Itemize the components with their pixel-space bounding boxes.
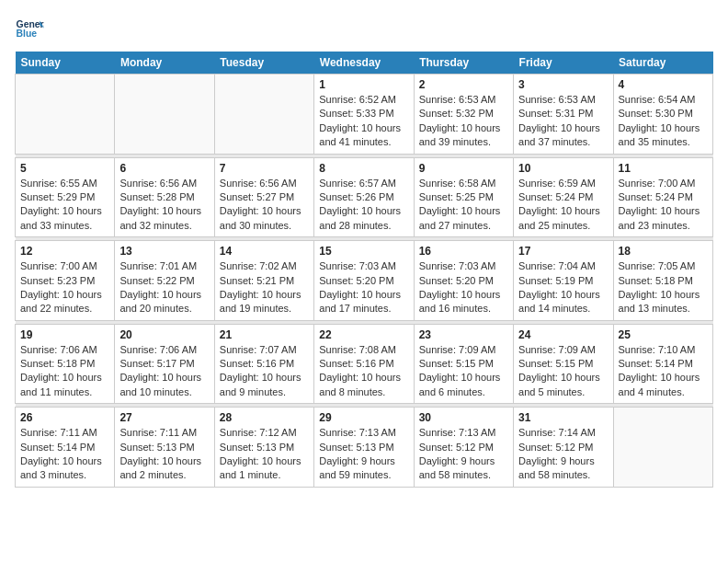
page-header: General Blue xyxy=(15,15,713,44)
day-info: Sunrise: 7:11 AM Sunset: 5:13 PM Dayligh… xyxy=(119,426,209,483)
day-number: 6 xyxy=(119,162,209,175)
calendar-cell: 10Sunrise: 6:59 AM Sunset: 5:24 PM Dayli… xyxy=(514,157,613,237)
calendar-cell: 7Sunrise: 6:56 AM Sunset: 5:27 PM Daylig… xyxy=(214,157,313,237)
day-number: 23 xyxy=(419,328,508,341)
day-info: Sunrise: 7:04 AM Sunset: 5:19 PM Dayligh… xyxy=(518,259,608,316)
day-number: 25 xyxy=(619,328,708,341)
calendar-cell: 20Sunrise: 7:06 AM Sunset: 5:17 PM Dayli… xyxy=(115,324,214,404)
calendar-cell: 1Sunrise: 6:52 AM Sunset: 5:33 PM Daylig… xyxy=(314,75,414,155)
day-info: Sunrise: 7:10 AM Sunset: 5:14 PM Dayligh… xyxy=(619,343,708,400)
calendar-cell: 8Sunrise: 6:57 AM Sunset: 5:26 PM Daylig… xyxy=(314,157,414,237)
day-info: Sunrise: 6:59 AM Sunset: 5:24 PM Dayligh… xyxy=(518,177,608,234)
day-number: 13 xyxy=(119,245,209,258)
day-info: Sunrise: 7:06 AM Sunset: 5:17 PM Dayligh… xyxy=(119,343,209,400)
day-info: Sunrise: 7:13 AM Sunset: 5:13 PM Dayligh… xyxy=(319,426,408,483)
day-info: Sunrise: 7:03 AM Sunset: 5:20 PM Dayligh… xyxy=(319,259,408,316)
calendar-cell: 15Sunrise: 7:03 AM Sunset: 5:20 PM Dayli… xyxy=(314,241,414,321)
calendar-week-row: 19Sunrise: 7:06 AM Sunset: 5:18 PM Dayli… xyxy=(16,324,713,404)
calendar-cell: 21Sunrise: 7:07 AM Sunset: 5:16 PM Dayli… xyxy=(214,324,313,404)
calendar-cell xyxy=(16,75,115,155)
calendar-cell: 19Sunrise: 7:06 AM Sunset: 5:18 PM Dayli… xyxy=(16,324,115,404)
day-number: 24 xyxy=(518,328,608,341)
calendar-cell: 11Sunrise: 7:00 AM Sunset: 5:24 PM Dayli… xyxy=(613,157,712,237)
day-number: 19 xyxy=(20,328,109,341)
day-info: Sunrise: 7:09 AM Sunset: 5:15 PM Dayligh… xyxy=(419,343,508,400)
day-number: 29 xyxy=(319,411,408,424)
calendar-cell: 9Sunrise: 6:58 AM Sunset: 5:25 PM Daylig… xyxy=(414,157,513,237)
day-info: Sunrise: 6:56 AM Sunset: 5:27 PM Dayligh… xyxy=(220,177,309,234)
svg-text:Blue: Blue xyxy=(17,29,38,39)
calendar-cell: 4Sunrise: 6:54 AM Sunset: 5:30 PM Daylig… xyxy=(613,75,712,155)
day-number: 14 xyxy=(220,245,309,258)
calendar-week-row: 26Sunrise: 7:11 AM Sunset: 5:14 PM Dayli… xyxy=(16,408,713,488)
calendar-header-tuesday: Tuesday xyxy=(214,52,313,75)
day-number: 22 xyxy=(319,328,408,341)
day-number: 26 xyxy=(20,411,109,424)
day-info: Sunrise: 7:03 AM Sunset: 5:20 PM Dayligh… xyxy=(419,259,508,316)
calendar-cell: 26Sunrise: 7:11 AM Sunset: 5:14 PM Dayli… xyxy=(16,408,115,488)
day-info: Sunrise: 6:53 AM Sunset: 5:31 PM Dayligh… xyxy=(518,93,608,150)
day-info: Sunrise: 6:54 AM Sunset: 5:30 PM Dayligh… xyxy=(619,93,708,150)
calendar-header-sunday: Sunday xyxy=(16,52,115,75)
calendar-cell: 27Sunrise: 7:11 AM Sunset: 5:13 PM Dayli… xyxy=(115,408,214,488)
day-info: Sunrise: 6:57 AM Sunset: 5:26 PM Dayligh… xyxy=(319,177,408,234)
calendar-cell xyxy=(214,75,313,155)
day-number: 12 xyxy=(20,245,109,258)
day-info: Sunrise: 7:00 AM Sunset: 5:23 PM Dayligh… xyxy=(20,259,109,316)
calendar-header-thursday: Thursday xyxy=(414,52,513,75)
calendar-week-row: 1Sunrise: 6:52 AM Sunset: 5:33 PM Daylig… xyxy=(16,75,713,155)
calendar-cell: 2Sunrise: 6:53 AM Sunset: 5:32 PM Daylig… xyxy=(414,75,513,155)
day-number: 20 xyxy=(119,328,209,341)
calendar-cell: 30Sunrise: 7:13 AM Sunset: 5:12 PM Dayli… xyxy=(414,408,513,488)
day-info: Sunrise: 6:52 AM Sunset: 5:33 PM Dayligh… xyxy=(319,93,408,150)
calendar-cell: 14Sunrise: 7:02 AM Sunset: 5:21 PM Dayli… xyxy=(214,241,313,321)
calendar-table: SundayMondayTuesdayWednesdayThursdayFrid… xyxy=(15,52,713,488)
day-info: Sunrise: 7:06 AM Sunset: 5:18 PM Dayligh… xyxy=(20,343,109,400)
calendar-cell: 31Sunrise: 7:14 AM Sunset: 5:12 PM Dayli… xyxy=(514,408,613,488)
day-info: Sunrise: 6:58 AM Sunset: 5:25 PM Dayligh… xyxy=(419,177,508,234)
day-info: Sunrise: 6:55 AM Sunset: 5:29 PM Dayligh… xyxy=(20,177,109,234)
day-info: Sunrise: 7:00 AM Sunset: 5:24 PM Dayligh… xyxy=(619,177,708,234)
day-number: 2 xyxy=(419,78,508,91)
day-info: Sunrise: 7:01 AM Sunset: 5:22 PM Dayligh… xyxy=(119,259,209,316)
day-number: 28 xyxy=(220,411,309,424)
day-number: 7 xyxy=(220,162,309,175)
day-info: Sunrise: 7:11 AM Sunset: 5:14 PM Dayligh… xyxy=(20,426,109,483)
calendar-header-row: SundayMondayTuesdayWednesdayThursdayFrid… xyxy=(16,52,713,75)
calendar-cell: 17Sunrise: 7:04 AM Sunset: 5:19 PM Dayli… xyxy=(514,241,613,321)
logo-icon: General Blue xyxy=(15,15,44,44)
day-info: Sunrise: 6:53 AM Sunset: 5:32 PM Dayligh… xyxy=(419,93,508,150)
day-number: 31 xyxy=(518,411,608,424)
day-number: 1 xyxy=(319,78,408,91)
day-number: 11 xyxy=(619,162,708,175)
calendar-cell: 5Sunrise: 6:55 AM Sunset: 5:29 PM Daylig… xyxy=(16,157,115,237)
day-info: Sunrise: 7:13 AM Sunset: 5:12 PM Dayligh… xyxy=(419,426,508,483)
calendar-week-row: 12Sunrise: 7:00 AM Sunset: 5:23 PM Dayli… xyxy=(16,241,713,321)
day-number: 4 xyxy=(619,78,708,91)
logo: General Blue xyxy=(15,15,44,44)
day-number: 21 xyxy=(220,328,309,341)
calendar-cell: 29Sunrise: 7:13 AM Sunset: 5:13 PM Dayli… xyxy=(314,408,414,488)
day-number: 27 xyxy=(119,411,209,424)
calendar-header-wednesday: Wednesday xyxy=(314,52,414,75)
day-info: Sunrise: 7:02 AM Sunset: 5:21 PM Dayligh… xyxy=(220,259,309,316)
day-info: Sunrise: 7:12 AM Sunset: 5:13 PM Dayligh… xyxy=(220,426,309,483)
calendar-cell xyxy=(115,75,214,155)
day-number: 30 xyxy=(419,411,508,424)
calendar-cell: 18Sunrise: 7:05 AM Sunset: 5:18 PM Dayli… xyxy=(613,241,712,321)
calendar-cell: 16Sunrise: 7:03 AM Sunset: 5:20 PM Dayli… xyxy=(414,241,513,321)
calendar-cell: 23Sunrise: 7:09 AM Sunset: 5:15 PM Dayli… xyxy=(414,324,513,404)
day-number: 18 xyxy=(619,245,708,258)
calendar-cell: 3Sunrise: 6:53 AM Sunset: 5:31 PM Daylig… xyxy=(514,75,613,155)
calendar-header-friday: Friday xyxy=(514,52,613,75)
day-info: Sunrise: 7:14 AM Sunset: 5:12 PM Dayligh… xyxy=(518,426,608,483)
day-number: 16 xyxy=(419,245,508,258)
calendar-cell: 22Sunrise: 7:08 AM Sunset: 5:16 PM Dayli… xyxy=(314,324,414,404)
day-info: Sunrise: 7:08 AM Sunset: 5:16 PM Dayligh… xyxy=(319,343,408,400)
day-number: 8 xyxy=(319,162,408,175)
calendar-cell: 13Sunrise: 7:01 AM Sunset: 5:22 PM Dayli… xyxy=(115,241,214,321)
day-number: 15 xyxy=(319,245,408,258)
day-number: 9 xyxy=(419,162,508,175)
calendar-week-row: 5Sunrise: 6:55 AM Sunset: 5:29 PM Daylig… xyxy=(16,157,713,237)
calendar-cell: 12Sunrise: 7:00 AM Sunset: 5:23 PM Dayli… xyxy=(16,241,115,321)
